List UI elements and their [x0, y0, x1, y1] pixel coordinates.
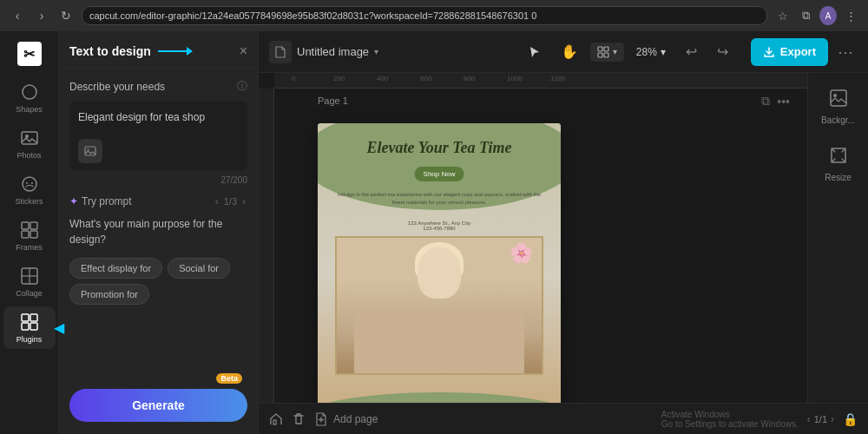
page-next-button[interactable]: ›	[831, 413, 834, 425]
bottom-bar: Add page Activate Windows Go to Settings…	[259, 403, 868, 434]
prompt-nav: ‹ 1/3 ›	[214, 195, 247, 207]
back-button[interactable]: ‹	[9, 7, 26, 24]
hand-tool-button[interactable]: ✋	[556, 38, 583, 66]
panel-title-row: Text to design	[69, 44, 193, 58]
canvas-inner[interactable]: Page 1 ⧉ ••• Elevate Your Tea Time	[274, 89, 807, 403]
trash-button[interactable]	[292, 412, 306, 426]
svg-rect-15	[22, 323, 29, 330]
svg-rect-6	[22, 222, 29, 229]
tea-address-line2: 123-456-7890	[318, 226, 561, 231]
describe-label: Describe your needs ⓘ	[69, 79, 247, 94]
svg-point-5	[31, 182, 33, 184]
prompt-next-button[interactable]: ›	[240, 195, 247, 207]
svg-rect-8	[22, 231, 29, 238]
profile-icon[interactable]: A	[819, 7, 837, 24]
lock-button[interactable]: 🔒	[843, 412, 858, 426]
sidebar-item-plugins[interactable]: Plugins ◀	[3, 306, 56, 349]
background-panel-item[interactable]: Backgr...	[813, 82, 864, 132]
export-button[interactable]: Export	[751, 38, 828, 66]
forward-button[interactable]: ›	[33, 7, 50, 24]
url-text: capcut.com/editor-graphic/12a24ea0577849…	[89, 10, 536, 21]
svg-rect-14	[30, 314, 37, 321]
sidebar: ✂ Shapes Photos	[0, 31, 59, 434]
canvas-area: Untitled image ▾ ✋ ▾	[259, 31, 868, 434]
background-label: Backgr...	[821, 115, 855, 125]
chip-promotion[interactable]: Promotion for	[69, 284, 149, 305]
tea-title: Elevate Your Tea Time	[318, 139, 561, 157]
page-copy-button[interactable]: ⧉	[761, 94, 770, 108]
bookmark-icon[interactable]: ☆	[774, 7, 792, 24]
toolbar-right: Export ⋯	[751, 38, 858, 66]
view-dropdown-arrow-icon: ▾	[613, 47, 617, 56]
reload-button[interactable]: ↻	[57, 7, 75, 24]
more-options-button[interactable]: ⋯	[833, 40, 858, 64]
sidebar-item-collage[interactable]: Collage	[3, 260, 56, 303]
zoom-value: 28%	[636, 46, 657, 58]
capcut-logo: ✂	[3, 38, 56, 69]
zoom-dropdown[interactable]: 28% ▾	[631, 43, 671, 62]
resize-panel-item[interactable]: Resize	[813, 139, 864, 189]
panel-body: Describe your needs ⓘ Elegant design for…	[59, 69, 258, 380]
avatar: A	[819, 6, 837, 25]
collage-icon	[19, 266, 40, 286]
text-area-wrapper: Elegant design for tea shop	[69, 101, 247, 170]
arrow-decoration-icon	[158, 45, 193, 57]
redo-button[interactable]: ↪	[709, 38, 737, 66]
photos-icon	[19, 128, 40, 148]
stickers-icon	[19, 174, 40, 194]
browser-actions: ☆ ⧉ A ⋮	[774, 7, 859, 24]
generate-button[interactable]: Generate	[69, 389, 247, 422]
sidebar-item-stickers[interactable]: Stickers	[3, 168, 56, 211]
toolbar-center: ✋ ▾ 28% ▾ ↩ ↪	[521, 38, 737, 66]
watermark-text: Activate Windows Go to Settings to activ…	[661, 410, 799, 429]
svg-rect-16	[30, 323, 37, 330]
close-button[interactable]: ×	[240, 43, 247, 59]
svg-point-0	[23, 85, 36, 99]
design-canvas[interactable]: Elevate Your Tea Time Shop Now Indulge i…	[318, 123, 561, 403]
canvas-scroll[interactable]: 0 200 400 600	[259, 73, 807, 403]
view-dropdown[interactable]: ▾	[590, 43, 624, 62]
sidebar-label-shapes: Shapes	[16, 105, 43, 114]
image-upload-button[interactable]	[78, 139, 102, 163]
more-options-icon[interactable]: ⋮	[842, 7, 859, 24]
person-head	[418, 247, 461, 299]
page-header: Page 1	[318, 95, 348, 106]
title-dropdown-icon[interactable]: ▾	[374, 47, 378, 56]
tea-cta-button: Shop Now	[415, 167, 464, 181]
tea-address: 123 Anywhere St., Any City 123-456-7890	[318, 220, 561, 231]
home-button[interactable]	[269, 412, 283, 426]
try-prompt-label: ✦ Try prompt	[69, 195, 132, 207]
tea-bottom-ellipse	[318, 392, 561, 403]
select-tool-button[interactable]	[521, 38, 549, 66]
svg-rect-17	[85, 147, 95, 155]
magic-icon: ✦	[69, 195, 78, 207]
sidebar-item-frames[interactable]: Frames	[3, 214, 56, 257]
sidebar-item-photos[interactable]: Photos	[3, 122, 56, 165]
char-count: 27/200	[69, 175, 247, 185]
chip-effect[interactable]: Effect display for	[69, 258, 162, 279]
toolbar-left: Untitled image ▾	[269, 41, 378, 63]
prompt-prev-button[interactable]: ‹	[214, 195, 220, 207]
panel-title: Text to design	[69, 44, 151, 58]
add-page-button[interactable]: Add page	[314, 412, 378, 426]
info-icon[interactable]: ⓘ	[237, 79, 247, 94]
sidebar-label-collage: Collage	[16, 289, 43, 298]
undo-button[interactable]: ↩	[678, 38, 706, 66]
resize-label: Resize	[825, 173, 852, 182]
sidebar-item-shapes[interactable]: Shapes	[3, 76, 56, 119]
document-title[interactable]: Untitled image	[297, 45, 369, 58]
page-more-button[interactable]: •••	[777, 94, 790, 108]
svg-point-24	[833, 94, 837, 97]
tea-body-text: Indulge in the perfect tea experience wi…	[335, 191, 543, 207]
background-icon	[829, 89, 848, 112]
svg-rect-26	[273, 420, 276, 424]
extensions-icon[interactable]: ⧉	[797, 7, 814, 24]
page-prev-button[interactable]: ‹	[807, 413, 811, 425]
sidebar-label-frames: Frames	[16, 243, 43, 252]
svg-rect-23	[831, 90, 846, 106]
page-nav: ‹ 1/1 ›	[807, 413, 834, 425]
chip-social[interactable]: Social for	[168, 258, 230, 279]
resize-icon	[829, 146, 848, 169]
url-bar[interactable]: capcut.com/editor-graphic/12a24ea0577849…	[82, 6, 767, 25]
zoom-dropdown-arrow-icon: ▾	[661, 46, 666, 58]
